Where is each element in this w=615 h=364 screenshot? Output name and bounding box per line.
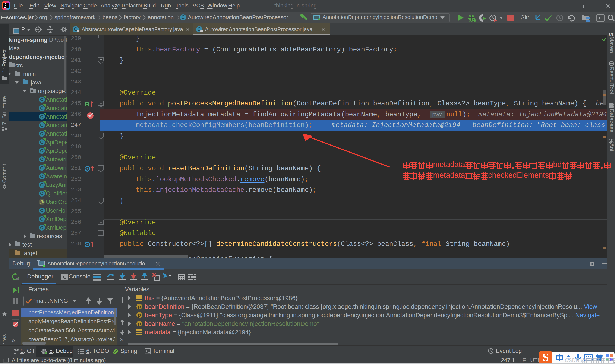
svg-text:I: I bbox=[86, 103, 88, 107]
